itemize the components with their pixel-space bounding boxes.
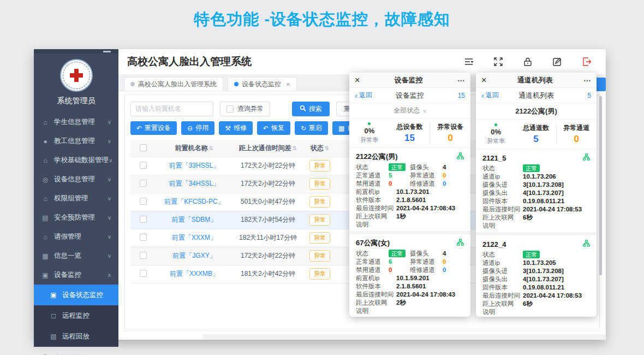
back-label: 返回	[486, 91, 499, 100]
edit-icon[interactable]	[552, 57, 562, 67]
sidebar-item-remote-monitor[interactable]: ◻ 远程监控	[34, 305, 118, 326]
back-button[interactable]: ‹ 返回	[355, 91, 380, 100]
field-value: 3[10.1.73.208]	[523, 267, 564, 275]
device-link[interactable]: 前置「XXXMB」	[170, 270, 219, 277]
sort-icon[interactable]: ⇅	[209, 145, 213, 151]
field-value: 10.1.73.201	[396, 188, 430, 196]
field-value: 0	[443, 266, 446, 274]
target-icon: ◎	[41, 176, 50, 184]
device-link[interactable]: 前置「KFCSD-PC」	[164, 198, 224, 205]
col-time[interactable]: 距上次通信时间差⇅	[233, 140, 303, 157]
field-label: 正常通道	[356, 171, 389, 180]
content-scrollbar[interactable]	[599, 96, 602, 275]
sort-icon[interactable]: ⇅	[325, 145, 329, 151]
device-link[interactable]: 前置「SDBM」	[172, 216, 217, 223]
button-label: 重启	[309, 123, 322, 133]
restart-button[interactable]: ↻ 重启	[295, 121, 328, 135]
total-value: 5	[516, 134, 556, 145]
status-badge: 异常	[309, 178, 330, 190]
device-link[interactable]: 前置「XXXM」	[172, 234, 217, 241]
panel-header: × 通道机列表 ⋯	[476, 73, 597, 88]
panel-subtitle: 通道机列表	[506, 91, 566, 100]
sidebar-item-student-info[interactable]: ⌂ 学生信息管理 ∨	[34, 113, 118, 132]
row-checkbox[interactable]	[140, 234, 147, 241]
more-icon[interactable]: ⋯	[457, 76, 465, 85]
field-label: 距上次联网	[482, 300, 523, 308]
tab-home[interactable]: 高校公寓人脸出入管理系统	[124, 77, 223, 91]
close-icon[interactable]: ×	[355, 76, 360, 85]
col-status[interactable]: 状态⇅	[303, 140, 337, 157]
col-name[interactable]: 前置机名称⇅	[156, 140, 233, 157]
reset-device-button[interactable]: ↶ 重置设备	[130, 121, 177, 135]
row-checkbox[interactable]	[140, 252, 147, 259]
field-label: 维修通道	[410, 266, 443, 274]
frontend-name-input[interactable]	[130, 102, 213, 116]
select-all-checkbox[interactable]	[140, 144, 147, 151]
chevron-down-icon: ∨	[108, 234, 111, 240]
restore-button[interactable]: ↶ 恢复	[257, 121, 290, 135]
back-button[interactable]: ‹ 返回	[481, 91, 506, 100]
field-value: 0	[443, 258, 446, 266]
device-link[interactable]: 前置「34HSSL」	[169, 180, 220, 187]
tab-label: 设备状态监控	[242, 80, 281, 89]
device-link[interactable]: 前置「JGXY」	[172, 252, 216, 259]
device-link[interactable]: 前置「33HSSL」	[169, 162, 220, 169]
sidebar-item-info-overview[interactable]: ▦ 信息一览 ∨	[34, 246, 118, 265]
sidebar-item-school-data[interactable]: ⌂ 学校基础数据管理 ∨	[34, 151, 118, 170]
sidebar-item-label: 安全预防管理	[54, 213, 108, 222]
channel-card: 2122_4 状态正常 通道ip10.1.73.205 摄像头进3[10.1.7…	[476, 232, 597, 317]
close-icon[interactable]: ×	[481, 76, 486, 85]
network-tree-icon[interactable]	[457, 152, 464, 162]
column-label: 前置机名称	[175, 144, 208, 152]
collapse-handle-icon[interactable]	[103, 51, 111, 52]
button-label: 重置设备	[145, 123, 171, 133]
query-abnormal-checkbox-wrap[interactable]: 查询异常	[220, 102, 270, 116]
search-button[interactable]: 搜索	[292, 102, 330, 116]
status-filter-dropdown[interactable]: 全部状态 ∨	[349, 103, 470, 119]
sidebar-item-remote-playback[interactable]: ▤ 远程回放	[34, 326, 118, 347]
network-tree-icon[interactable]	[583, 153, 590, 163]
more-icon[interactable]: ⋯	[583, 76, 591, 85]
network-tree-icon[interactable]	[583, 239, 590, 249]
device-monitor-submenu: ▣ 设备状态监控 ◻ 远程监控 ▤ 远程回放	[34, 285, 118, 347]
status-ok-badge: 正常	[389, 250, 406, 257]
row-checkbox[interactable]	[140, 162, 147, 169]
logout-icon[interactable]	[582, 57, 592, 67]
network-tree-icon[interactable]	[457, 238, 464, 248]
row-checkbox[interactable]	[140, 180, 147, 187]
checkbox-icon[interactable]	[226, 105, 234, 113]
sort-icon[interactable]: ⇅	[293, 145, 297, 151]
sidebar-item-device-monitor[interactable]: ▣ 设备监控 ∧	[34, 265, 118, 285]
field-label: 最后连接时间	[482, 205, 523, 214]
repair-button[interactable]: ⚒ 维修	[219, 121, 253, 135]
time-cell: 181天2小时42分钟	[233, 265, 303, 283]
time-cell: 501天0小时47分钟	[233, 193, 303, 211]
sidebar-item-device-status-monitor[interactable]: ▣ 设备状态监控	[34, 285, 118, 305]
sidebar-item-leave-management[interactable]: ⌂ 请假管理 ∨	[34, 227, 118, 246]
tab-device-status-monitor[interactable]: 设备状态监控 ×	[228, 77, 297, 91]
sidebar-item-permission-group[interactable]: ⌂ 权限组管理 ∨	[34, 189, 118, 208]
sidebar-item-device-info[interactable]: ◎ 设备信息管理 ∨	[34, 170, 118, 189]
field-value: 0	[389, 180, 392, 188]
page-title: 特色功能 -设备状态监控，故障感知	[0, 9, 644, 31]
row-checkbox[interactable]	[140, 198, 147, 205]
grid-icon: ▦	[41, 252, 50, 260]
close-icon[interactable]: ×	[286, 80, 290, 88]
row-checkbox[interactable]	[140, 216, 147, 223]
playback-icon: ▤	[49, 333, 58, 340]
row-checkbox[interactable]	[140, 270, 147, 277]
fullscreen-icon[interactable]	[493, 57, 503, 67]
disable-button[interactable]: ⊖ 停用	[181, 121, 214, 135]
column-label: 距上次通信时间差	[239, 144, 291, 152]
sidebar-item-system-settings[interactable]: ⚙ 系统设置 ∨	[34, 347, 118, 355]
time-cell: 182天7小时54分钟	[233, 211, 303, 229]
lock-icon[interactable]	[523, 57, 533, 67]
menu-list-icon[interactable]	[464, 57, 474, 67]
sidebar-item-security-prevention[interactable]: ▤ 安全预防管理 ∨	[34, 208, 118, 227]
field-label: 最后连接时间	[482, 292, 523, 300]
user-role-label: 系统管理员	[34, 96, 118, 106]
field-label: 前置机ip	[356, 274, 396, 282]
hidden-blue-button[interactable]	[595, 78, 606, 91]
select-all-cell	[130, 140, 156, 157]
sidebar-item-staff-info[interactable]: ● 教工信息管理 ∨	[34, 132, 118, 151]
